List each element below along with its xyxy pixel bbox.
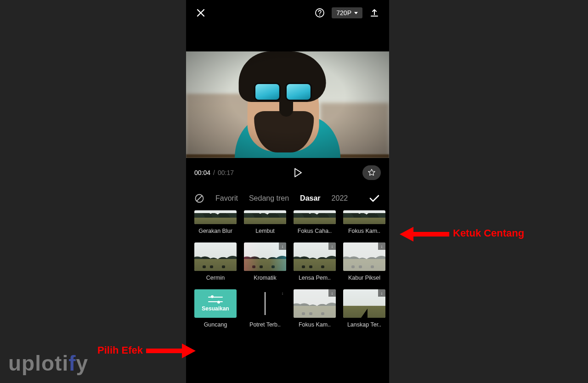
effect-guncang[interactable]: Sesuaikan Guncang: [194, 289, 237, 328]
effect-lembut[interactable]: Lembut: [244, 210, 286, 234]
favorite-button[interactable]: [362, 165, 381, 180]
effect-fokus-kamera-2[interactable]: ↓ Fokus Kam..: [294, 289, 336, 328]
effects-row-3: Sesuaikan Guncang ↓ Potret Terb.. ↓ Foku…: [186, 289, 389, 336]
check-icon: [368, 192, 380, 204]
play-button[interactable]: [289, 163, 307, 182]
editor-header: 720P: [186, 0, 389, 26]
effect-label: Kromatik: [254, 275, 276, 281]
watermark-accent: f: [68, 351, 76, 375]
time-separator: /: [213, 169, 215, 176]
effect-label: Lanskap Ter..: [347, 321, 381, 328]
effect-label: Potret Terb..: [249, 321, 281, 328]
app-screen: 720P 00:04 / 00:17: [186, 0, 389, 383]
resolution-label: 720P: [336, 9, 351, 17]
close-button[interactable]: [193, 6, 208, 20]
svg-point-1: [319, 15, 320, 16]
effect-gerakan-blur[interactable]: Gerakan Blur: [194, 210, 237, 234]
watermark-part: uploti: [8, 351, 68, 375]
sliders-icon: [208, 295, 223, 304]
download-icon: ↓: [328, 242, 336, 250]
tab-2022[interactable]: 2022: [332, 194, 348, 203]
effect-potret-terbalik[interactable]: ↓ Potret Terb..: [244, 289, 286, 328]
transport-bar: 00:04 / 00:17: [186, 158, 389, 187]
effects-row-1: Gerakan Blur Lembut Fokus Caha.. Fokus K…: [186, 210, 389, 242]
effect-label: Gerakan Blur: [198, 228, 232, 234]
star-icon: [368, 169, 376, 177]
video-preview[interactable]: [186, 51, 389, 158]
effect-cermin[interactable]: Cermin: [194, 242, 237, 281]
adjust-effect-tile[interactable]: Sesuaikan: [194, 289, 237, 318]
watermark-uplotify: uplotify: [8, 351, 88, 376]
svg-marker-5: [400, 227, 413, 242]
chevron-down-icon: [354, 12, 358, 14]
help-button[interactable]: [312, 6, 327, 20]
effect-kabur-piksel[interactable]: ↓ Kabur Piksel: [343, 242, 385, 281]
download-icon: ↓: [279, 242, 286, 250]
download-icon: ↓: [328, 289, 336, 297]
effects-row-2: Cermin ↓ Kromatik ↓ Lensa Pem.. ↓ Kabur …: [186, 242, 389, 289]
tab-sedang-tren[interactable]: Sedang tren: [249, 194, 289, 203]
svg-line-3: [197, 196, 202, 201]
effect-label: Fokus Caha..: [298, 228, 332, 234]
effect-label: Lembut: [255, 228, 275, 234]
tab-dasar[interactable]: Dasar: [300, 194, 320, 203]
effect-label: Kabur Piksel: [348, 275, 380, 281]
annotation-pilih-efek: Pilih Efek: [97, 344, 143, 356]
watermark-part: y: [76, 351, 89, 375]
confirm-button[interactable]: [368, 192, 381, 205]
time-current: 00:04: [194, 169, 210, 176]
download-icon: ↓: [378, 242, 385, 250]
export-button[interactable]: [367, 6, 382, 20]
effect-label: Fokus Kam..: [348, 228, 380, 234]
adjust-label: Sesuaikan: [202, 305, 229, 312]
close-icon: [196, 8, 205, 17]
ban-icon: [194, 193, 204, 203]
download-icon: ↓: [378, 289, 385, 297]
no-effect-button[interactable]: [194, 193, 204, 203]
effect-label: Fokus Kam..: [299, 321, 331, 328]
effect-lensa-pembesar[interactable]: ↓ Lensa Pem..: [294, 242, 336, 281]
effect-category-tabs: Favorit Sedang tren Dasar 2022: [186, 187, 389, 209]
tab-favorit[interactable]: Favorit: [215, 194, 238, 203]
play-icon: [294, 168, 303, 178]
download-icon: ↓: [279, 289, 286, 297]
effect-lanskap-terbelah[interactable]: ↓ Lanskap Ter..: [343, 289, 385, 328]
effect-kromatik[interactable]: ↓ Kromatik: [244, 242, 286, 281]
time-duration: 00:17: [218, 169, 234, 176]
resolution-selector[interactable]: 720P: [332, 7, 362, 18]
annotation-arrow-right: [400, 225, 450, 243]
help-icon: [315, 8, 325, 18]
effect-fokus-kamera-1[interactable]: Fokus Kam..: [343, 210, 385, 234]
effect-label: Lensa Pem..: [299, 275, 331, 281]
effect-label: Cermin: [206, 275, 225, 281]
effect-fokus-cahaya[interactable]: Fokus Caha..: [294, 210, 336, 234]
effect-label: Guncang: [204, 321, 227, 328]
export-icon: [370, 8, 379, 17]
annotation-ketuk-centang: Ketuk Centang: [453, 227, 524, 239]
